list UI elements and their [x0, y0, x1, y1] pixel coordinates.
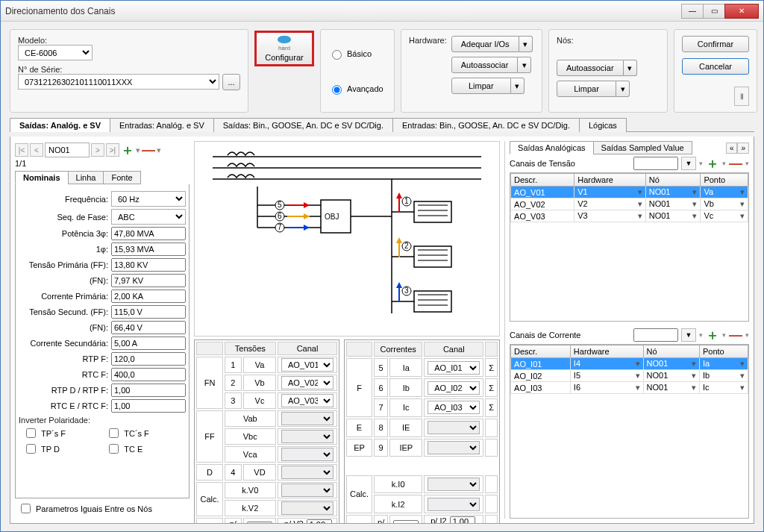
serie-browse-button[interactable]: ... — [222, 74, 240, 90]
nos-limpar-button[interactable]: Limpar — [557, 81, 616, 97]
tab-saidas-bin[interactable]: Saídas: Bin., GOOSE, An. DC e SV DC/Dig. — [213, 118, 393, 132]
rtcf-input[interactable] — [111, 368, 186, 381]
svg-marker-13 — [304, 225, 310, 231]
rtpd-input[interactable] — [111, 384, 186, 397]
rtab-sv[interactable]: Saídas Sampled Value — [593, 141, 692, 154]
add-node-button[interactable]: ＋ — [121, 141, 134, 159]
vc-canal[interactable]: AO_V03 — [281, 394, 334, 407]
svg-text:5: 5 — [278, 201, 282, 209]
table-row[interactable]: AO_V02V2▾NO01▾Vb▾ — [511, 198, 748, 210]
table-row[interactable]: AO_V01V1▾NO01▾Va▾ — [511, 187, 748, 198]
modelo-select[interactable]: CE-6006 — [18, 45, 93, 60]
cs-input[interactable] — [111, 337, 186, 350]
hw-autoassociar-button[interactable]: Autoassociar — [451, 57, 519, 73]
serie-select[interactable]: 07312126302101110011XXX — [18, 74, 219, 90]
table-row[interactable]: AO_I01I4▾NO01▾Ia▾ — [511, 358, 748, 370]
svg-rect-16 — [414, 201, 451, 222]
subtab-nominais[interactable]: Nominais — [15, 171, 69, 184]
node-field[interactable] — [45, 143, 90, 157]
rtpf-input[interactable] — [111, 352, 186, 366]
tensao-table[interactable]: Descr.HardwareNóPonto AO_V01V1▾NO01▾Va▾A… — [510, 173, 748, 222]
tpsf-check[interactable]: TP´s F — [23, 426, 98, 440]
expand-icon[interactable]: ⫴ — [734, 87, 749, 106]
pot3-input[interactable] — [111, 227, 186, 240]
scroll-right[interactable]: » — [737, 143, 749, 154]
close-button[interactable]: ✕ — [724, 4, 759, 19]
filter-icon[interactable] — [681, 157, 696, 170]
adequar-drop[interactable]: ▾ — [519, 36, 533, 52]
tpd-check[interactable]: TP D — [23, 442, 98, 456]
tensao-remove[interactable]: — — [729, 156, 742, 172]
seq-select[interactable]: ABC — [111, 209, 186, 225]
svg-text:3: 3 — [404, 287, 409, 295]
rtce-input[interactable] — [111, 399, 186, 413]
nav-first[interactable]: |< — [15, 143, 28, 157]
adequar-button[interactable]: Adequar I/Os — [451, 36, 519, 52]
corrente-table[interactable]: Descr.HardwareNóPonto AO_I01I4▾NO01▾Ia▾A… — [510, 345, 748, 394]
window-title: Direcionamento dos Canais — [5, 6, 682, 16]
tab-entradas-analog[interactable]: Entradas: Analóg. e SV — [110, 118, 214, 132]
tcsf-check[interactable]: TC´s F — [106, 426, 181, 440]
remove-node-button[interactable]: — — [142, 143, 155, 158]
svg-rect-17 — [414, 246, 451, 267]
tensao-filter-input[interactable] — [633, 157, 678, 170]
svg-marker-25 — [396, 237, 402, 243]
table-row[interactable]: AO_I02I5▾NO01▾Ib▾ — [511, 370, 748, 382]
confirmar-button[interactable]: Confirmar — [682, 36, 749, 52]
tab-entradas-bin[interactable]: Entradas: Bin., GOOSE, An. DC e SV DC/Di… — [392, 118, 580, 132]
nav-last[interactable]: >| — [106, 143, 119, 157]
tab-logicas[interactable]: Lógicas — [579, 118, 627, 132]
nos-autoassociar-button[interactable]: Autoassociar — [557, 60, 624, 76]
filter-icon[interactable] — [681, 328, 696, 342]
tsff-input[interactable] — [111, 305, 186, 319]
scroll-left[interactable]: « — [726, 143, 738, 154]
va-canal[interactable]: AO_V01 — [281, 358, 334, 372]
maximize-button[interactable]: ▭ — [703, 4, 725, 19]
ib-canal[interactable]: AO_I02 — [428, 381, 480, 395]
cancelar-button[interactable]: Cancelar — [682, 58, 749, 75]
subtab-fonte[interactable]: Fonte — [103, 171, 140, 184]
nav-next[interactable]: > — [91, 143, 104, 157]
wiring-diagram: OBJ 5 6 7 1 2 3 — [194, 141, 500, 337]
tpfn-input[interactable] — [111, 274, 186, 287]
basico-radio[interactable]: Básico — [328, 48, 386, 60]
svg-text:OBJ: OBJ — [325, 213, 339, 221]
freq-select[interactable]: 60 Hz — [111, 191, 186, 207]
ia-canal[interactable]: AO_I01 — [428, 361, 480, 375]
tensoes-table: TensõesCanal FN1VaAO_V01 2VbAO_V02 3VcAO… — [194, 339, 339, 524]
cp-input[interactable] — [111, 290, 186, 303]
pot1-input[interactable] — [111, 242, 186, 256]
corrente-label: Canais de Corrente — [510, 331, 580, 339]
params-iguais-check[interactable] — [21, 504, 31, 513]
tensao-add[interactable]: ＋ — [706, 154, 719, 172]
nos-autoassociar-drop[interactable]: ▾ — [624, 60, 637, 76]
corrente-filter-input[interactable] — [633, 328, 678, 342]
configurar-button[interactable]: hard Configurar — [254, 31, 314, 66]
tce-check[interactable]: TC E — [106, 442, 181, 456]
hw-autoassociar-drop[interactable]: ▾ — [518, 57, 531, 73]
hw-limpar-drop[interactable]: ▾ — [511, 78, 525, 94]
titlebar: Direcionamento dos Canais — ▭ ✕ — [1, 1, 763, 22]
table-row[interactable]: AO_I03I6▾NO01▾Ic▾ — [511, 382, 748, 394]
subtab-linha[interactable]: Linha — [68, 171, 104, 184]
node-counter: 1/1 — [15, 159, 190, 168]
corrente-add[interactable]: ＋ — [706, 326, 719, 344]
corrente-remove[interactable]: — — [729, 328, 742, 343]
app-window: Direcionamento dos Canais — ▭ ✕ Modelo: … — [0, 0, 764, 532]
minimize-button[interactable]: — — [681, 4, 704, 19]
svg-marker-11 — [304, 213, 310, 219]
table-row[interactable]: AO_V03V3▾NO01▾Vc▾ — [511, 210, 748, 222]
tab-saidas-analog[interactable]: Saídas: Analóg. e SV — [10, 118, 110, 132]
correntes-table: CorrentesCanal F5IaAO_I01Σ 6IbAO_I02Σ 7I… — [344, 339, 500, 524]
vb-canal[interactable]: AO_V02 — [281, 376, 334, 389]
nos-limpar-drop[interactable]: ▾ — [616, 81, 630, 97]
nav-prev[interactable]: < — [30, 143, 43, 157]
ic-canal[interactable]: AO_I03 — [428, 401, 480, 414]
avancado-radio[interactable]: Avançado — [328, 83, 386, 95]
hw-limpar-button[interactable]: Limpar — [451, 78, 511, 94]
hardware-label: Hardware: — [409, 36, 447, 45]
svg-text:7: 7 — [278, 223, 282, 231]
tpff-input[interactable] — [111, 258, 186, 272]
rtab-analog[interactable]: Saídas Analógicas — [510, 141, 594, 154]
tsfn-input[interactable] — [111, 321, 186, 334]
